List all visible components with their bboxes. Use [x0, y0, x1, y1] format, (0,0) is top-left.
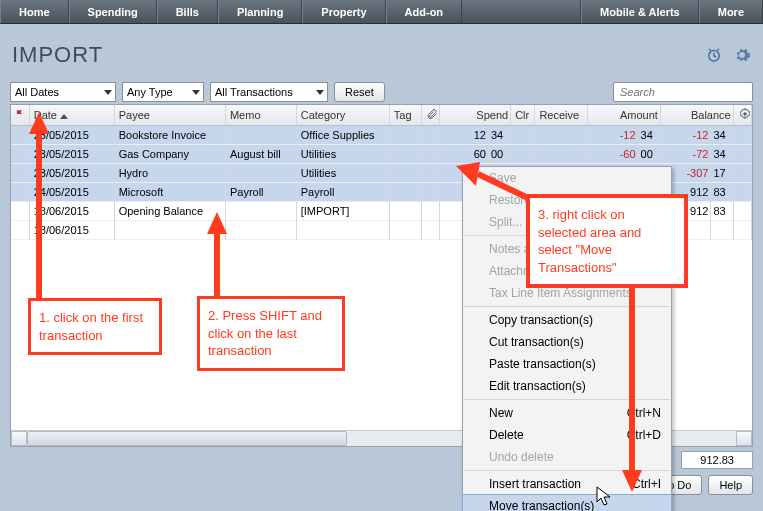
col-spend[interactable]: Spend: [440, 105, 511, 126]
col-category[interactable]: Category: [296, 105, 389, 126]
col-balance[interactable]: Balance: [660, 105, 733, 126]
search-input[interactable]: [613, 82, 753, 102]
arrow-2: [205, 212, 229, 298]
balance-total: 912.83: [681, 451, 753, 469]
help-button[interactable]: Help: [708, 475, 753, 495]
annotation-2: 2. Press SHIFT and click on the last tra…: [197, 296, 345, 371]
nav-more[interactable]: More: [699, 0, 763, 23]
nav-addon[interactable]: Add-on: [386, 0, 462, 23]
annotation-3: 3. right click on selected area and sele…: [526, 194, 688, 288]
nav-spending[interactable]: Spending: [69, 0, 157, 23]
col-payee[interactable]: Payee: [114, 105, 225, 126]
arrow-1: [27, 112, 51, 300]
filter-type[interactable]: Any Type: [122, 82, 204, 102]
arrow-3b: [620, 254, 644, 492]
reset-button[interactable]: Reset: [334, 82, 385, 102]
annotation-1: 1. click on the first transaction: [28, 298, 162, 355]
mouse-cursor-icon: [596, 486, 612, 508]
filter-dates[interactable]: All Dates: [10, 82, 116, 102]
svg-marker-9: [622, 470, 642, 492]
column-headers: Date Payee Memo Category Tag Spend Clr R…: [11, 105, 752, 126]
col-memo[interactable]: Memo: [225, 105, 296, 126]
filter-transactions[interactable]: All Transactions: [210, 82, 328, 102]
nav-bills[interactable]: Bills: [157, 0, 218, 23]
top-nav: Home Spending Bills Planning Property Ad…: [0, 0, 763, 24]
nav-mobile[interactable]: Mobile & Alerts: [581, 0, 699, 23]
arrow-3a: [456, 162, 530, 206]
col-receive[interactable]: Receive: [535, 105, 588, 126]
col-attachment[interactable]: [422, 105, 440, 126]
svg-marker-3: [29, 112, 49, 134]
gear-icon[interactable]: [733, 46, 751, 64]
col-tag[interactable]: Tag: [389, 105, 421, 126]
page-title: IMPORT: [12, 42, 103, 68]
col-clr[interactable]: Clr: [511, 105, 535, 126]
svg-point-1: [743, 112, 747, 116]
table-row[interactable]: 23/05/2015Gas CompanyAugust billUtilitie…: [11, 145, 752, 164]
svg-marker-7: [456, 162, 480, 186]
col-amount[interactable]: Amount: [588, 105, 661, 126]
ctx-move[interactable]: Move transaction(s): [462, 494, 672, 511]
table-row[interactable]: 23/05/2015Bookstore InvoiceOffice Suppli…: [11, 126, 752, 145]
nav-home[interactable]: Home: [0, 0, 69, 23]
sort-asc-icon: [60, 114, 68, 119]
nav-planning[interactable]: Planning: [218, 0, 302, 23]
col-settings[interactable]: [733, 105, 751, 126]
nav-spacer: [462, 0, 581, 23]
svg-line-6: [478, 174, 528, 198]
svg-marker-5: [207, 212, 227, 234]
reminder-clock-icon[interactable]: [705, 46, 723, 64]
nav-property[interactable]: Property: [302, 0, 385, 23]
